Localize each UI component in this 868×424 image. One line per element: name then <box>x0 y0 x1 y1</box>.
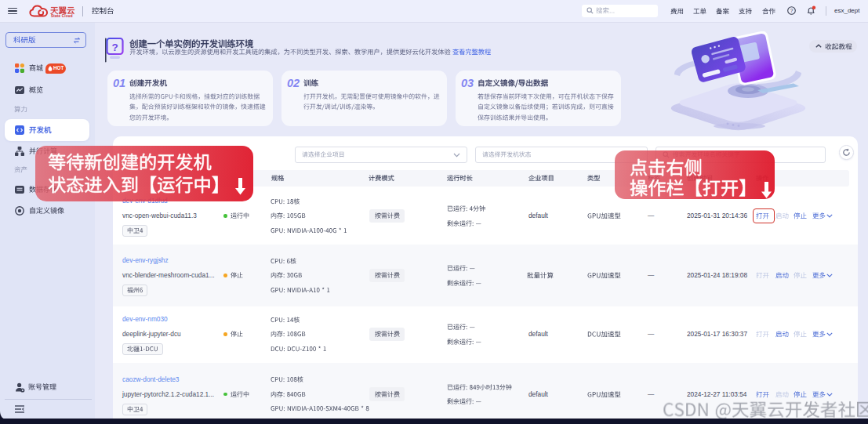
svg-text:?: ? <box>790 8 794 13</box>
svg-text:?: ? <box>111 42 118 53</box>
